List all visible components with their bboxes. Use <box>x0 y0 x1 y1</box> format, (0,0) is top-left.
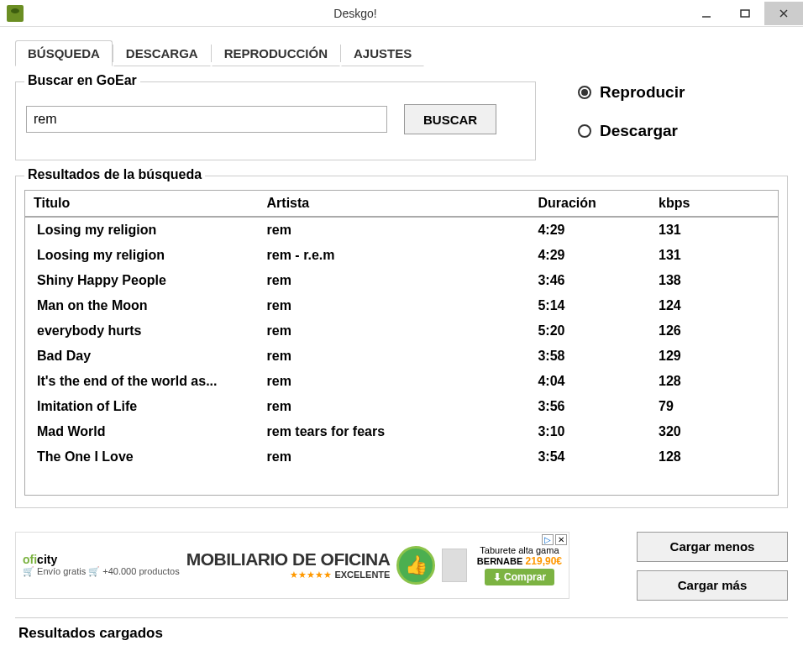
table-row[interactable]: Losing my religionrem4:29131 <box>25 217 779 243</box>
ad-buy-button[interactable]: ⬇ Comprar <box>485 569 554 585</box>
cell-title: Loosing my religion <box>25 243 259 268</box>
radio-descargar[interactable]: Descargar <box>578 122 685 140</box>
tab-bar: BÚSQUEDA DESCARGA REPRODUCCIÓN AJUSTES <box>0 27 803 66</box>
table-row[interactable]: Man on the Moonrem5:14124 <box>25 293 779 318</box>
cell-artist: rem <box>259 394 530 419</box>
search-button[interactable]: BUSCAR <box>404 104 496 134</box>
cell-title: Shiny Happy People <box>25 268 259 293</box>
svg-rect-1 <box>741 10 749 17</box>
table-row[interactable]: It's the end of the world as...rem4:0412… <box>25 369 779 394</box>
cell-artist: rem <box>259 268 530 293</box>
radio-icon <box>578 86 591 99</box>
cell-duration: 3:58 <box>529 344 650 369</box>
titlebar: Deskgo! <box>0 0 803 27</box>
cell-kbps: 138 <box>650 268 779 293</box>
cell-duration: 4:29 <box>529 243 650 268</box>
ad-close-icon[interactable]: ▷✕ <box>542 534 567 545</box>
radio-label: Reproducir <box>600 83 685 102</box>
action-radio-group: Reproducir Descargar <box>561 75 685 160</box>
header-artist[interactable]: Artista <box>259 191 530 218</box>
search-fieldset: Buscar en GoEar BUSCAR <box>15 81 536 160</box>
cell-title: It's the end of the world as... <box>25 369 259 394</box>
cell-duration: 4:29 <box>529 217 650 243</box>
cell-artist: rem <box>259 293 530 318</box>
cell-artist: rem <box>259 217 530 243</box>
cell-title: Losing my religion <box>25 217 259 243</box>
cell-duration: 4:04 <box>529 369 650 394</box>
maximize-button[interactable] <box>726 2 764 25</box>
cell-kbps: 79 <box>650 394 779 419</box>
load-less-button[interactable]: Cargar menos <box>637 532 788 562</box>
cell-title: Man on the Moon <box>25 293 259 318</box>
search-input[interactable] <box>26 106 387 133</box>
radio-reproducir[interactable]: Reproducir <box>578 83 685 102</box>
cell-title: Imitation of Life <box>25 394 259 419</box>
cell-kbps: 124 <box>650 293 779 318</box>
results-table: Titulo Artista Duración kbps Losing my r… <box>24 190 779 496</box>
cell-artist: rem - r.e.m <box>259 243 530 268</box>
header-kbps[interactable]: kbps <box>650 191 779 218</box>
cell-duration: 3:54 <box>529 444 650 470</box>
cell-artist: rem <box>259 444 530 470</box>
table-row[interactable]: Mad Worldrem tears for fears3:10320 <box>25 419 779 444</box>
cell-title: Bad Day <box>25 344 259 369</box>
cell-title: Mad World <box>25 419 259 444</box>
ad-item: Taburete alta gama <box>477 545 562 555</box>
load-more-button[interactable]: Cargar más <box>637 570 788 601</box>
table-row[interactable]: Bad Dayrem3:58129 <box>25 344 779 369</box>
ad-banner[interactable]: ▷✕ oficity 🛒 Envío gratis 🛒 +40.000 prod… <box>15 532 569 599</box>
header-duration[interactable]: Duración <box>529 191 650 218</box>
table-row[interactable]: Imitation of Liferem3:5679 <box>25 394 779 419</box>
tab-ajustes[interactable]: AJUSTES <box>341 40 424 66</box>
results-fieldset: Resultados de la búsqueda Titulo Artista… <box>15 176 788 508</box>
status-bar: Resultados cargados <box>15 617 788 648</box>
tab-reproduccion[interactable]: REPRODUCCIÓN <box>212 40 340 66</box>
close-button[interactable] <box>764 2 803 25</box>
cell-artist: rem <box>259 318 530 344</box>
radio-label: Descargar <box>600 122 678 140</box>
cell-duration: 5:20 <box>529 318 650 344</box>
ad-logo: oficity <box>23 553 180 566</box>
minimize-button[interactable] <box>687 2 726 25</box>
tab-busqueda[interactable]: BÚSQUEDA <box>15 40 113 66</box>
ad-headline: MOBILIARIO DE OFICINA <box>186 549 391 570</box>
cell-duration: 3:46 <box>529 268 650 293</box>
cell-artist: rem tears for fears <box>259 419 530 444</box>
ad-ship: 🛒 Envío gratis 🛒 +40.000 productos <box>23 566 180 577</box>
cell-kbps: 131 <box>650 217 779 243</box>
table-header-row: Titulo Artista Duración kbps <box>25 191 779 218</box>
ad-badge-icon: 👍 <box>396 546 435 585</box>
radio-icon <box>578 124 591 138</box>
ad-price: 219,90€ <box>526 555 562 567</box>
cell-duration: 3:56 <box>529 394 650 419</box>
cell-kbps: 128 <box>650 444 779 470</box>
tab-descarga[interactable]: DESCARGA <box>113 40 211 66</box>
cell-artist: rem <box>259 369 530 394</box>
cell-title: The One I Love <box>25 444 259 470</box>
header-title[interactable]: Titulo <box>25 191 259 218</box>
ad-product-image <box>442 549 467 582</box>
search-legend: Buscar en GoEar <box>24 73 140 88</box>
cell-duration: 5:14 <box>529 293 650 318</box>
table-row[interactable]: The One I Loverem3:54128 <box>25 444 779 470</box>
app-icon <box>7 5 24 22</box>
cell-kbps: 126 <box>650 318 779 344</box>
cell-kbps: 320 <box>650 419 779 444</box>
cell-duration: 3:10 <box>529 419 650 444</box>
results-legend: Resultados de la búsqueda <box>24 167 205 182</box>
window-title: Deskgo! <box>24 7 687 20</box>
cell-title: everybody hurts <box>25 318 259 344</box>
cell-kbps: 129 <box>650 344 779 369</box>
table-row[interactable]: Loosing my religionrem - r.e.m4:29131 <box>25 243 779 268</box>
cell-kbps: 128 <box>650 369 779 394</box>
table-row[interactable]: everybody hurtsrem5:20126 <box>25 318 779 344</box>
cell-kbps: 131 <box>650 243 779 268</box>
table-row[interactable]: Shiny Happy Peoplerem3:46138 <box>25 268 779 293</box>
cell-artist: rem <box>259 344 530 369</box>
